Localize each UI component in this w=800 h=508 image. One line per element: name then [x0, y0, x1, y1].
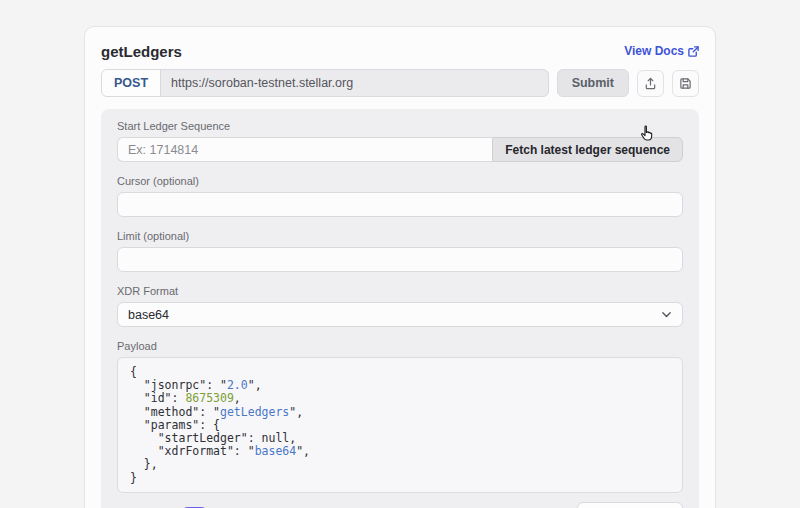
save-icon — [679, 77, 692, 90]
limit-input[interactable] — [117, 247, 683, 272]
external-link-icon — [688, 46, 699, 57]
url-input-group: POST — [101, 69, 549, 97]
rpc-url-input[interactable] — [161, 70, 548, 96]
card-header: getLedgers View Docs — [101, 39, 699, 63]
cursor-label: Cursor (optional) — [117, 175, 683, 187]
endpoint-card: getLedgers View Docs POST Submit — [84, 26, 716, 508]
start-ledger-label: Start Ledger Sequence — [117, 120, 683, 132]
xdr-format-field: XDR Format base64 — [117, 285, 683, 327]
cursor-field: Cursor (optional) — [117, 175, 683, 217]
view-docs-link[interactable]: View Docs — [624, 44, 699, 58]
share-button[interactable] — [637, 70, 664, 97]
chevron-down-icon — [661, 309, 672, 320]
cursor-input[interactable] — [117, 192, 683, 217]
page-title: getLedgers — [101, 43, 182, 60]
payload-label: Payload — [117, 340, 683, 352]
request-bar: POST Submit — [101, 69, 699, 97]
limit-field: Limit (optional) — [117, 230, 683, 272]
fetch-latest-ledger-button[interactable]: Fetch latest ledger sequence — [492, 137, 683, 162]
payload-code: { "jsonrpc": "2.0", "id": 8675309, "meth… — [117, 357, 683, 493]
panel-footer: Wrap Code Copy JSON — [117, 502, 683, 508]
save-button[interactable] — [672, 70, 699, 97]
limit-label: Limit (optional) — [117, 230, 683, 242]
start-ledger-input[interactable] — [117, 137, 492, 162]
xdr-format-label: XDR Format — [117, 285, 683, 297]
share-icon — [644, 77, 657, 90]
params-panel: Start Ledger Sequence Fetch latest ledge… — [101, 109, 699, 508]
start-ledger-field: Start Ledger Sequence Fetch latest ledge… — [117, 120, 683, 162]
http-method-badge: POST — [102, 70, 161, 96]
xdr-format-selected-value: base64 — [128, 308, 169, 322]
xdr-format-select[interactable]: base64 — [117, 302, 683, 327]
submit-button[interactable]: Submit — [557, 69, 629, 97]
payload-field: Payload { "jsonrpc": "2.0", "id": 867530… — [117, 340, 683, 493]
view-docs-label: View Docs — [624, 44, 684, 58]
copy-json-button[interactable]: Copy JSON — [577, 502, 683, 508]
